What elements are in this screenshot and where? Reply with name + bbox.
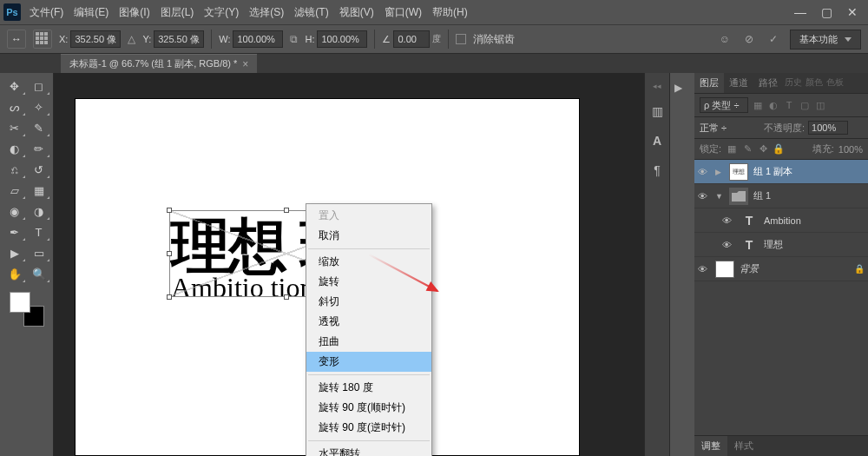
ctx-cancel[interactable]: 取消	[306, 226, 431, 246]
eyedropper-tool[interactable]: ✎	[28, 118, 50, 137]
handle-bottom-left[interactable]	[167, 294, 172, 300]
marquee-tool[interactable]: ◻	[28, 76, 50, 96]
layer-lixiang[interactable]: 👁 T 理想	[694, 233, 868, 257]
history-brush-tool[interactable]: ↺	[28, 160, 50, 179]
user-icon[interactable]: ☺	[717, 31, 733, 47]
ctx-rotate-90ccw[interactable]: 旋转 90 度(逆时针)	[306, 418, 431, 438]
menu-edit[interactable]: 编辑(E)	[74, 5, 108, 20]
dodge-tool[interactable]: ◑	[28, 202, 50, 221]
brush-tool[interactable]: ✏	[28, 139, 50, 158]
tab-history[interactable]: 历史	[783, 73, 804, 93]
heal-tool[interactable]: ◐	[3, 139, 26, 158]
visibility-icon[interactable]: 👁	[698, 264, 710, 274]
menu-layer[interactable]: 图层(L)	[161, 5, 194, 20]
layer-group1[interactable]: 👁 ▼ 组 1	[694, 184, 868, 208]
visibility-icon[interactable]: 👁	[722, 240, 734, 250]
menu-filter[interactable]: 滤镜(T)	[294, 5, 328, 20]
layer-name[interactable]: 组 1	[753, 189, 865, 202]
ctx-place[interactable]: 置入	[306, 206, 431, 226]
shape-tool[interactable]: ▭	[28, 243, 50, 262]
commit-icon[interactable]: ✓	[766, 31, 781, 47]
filter-shape-icon[interactable]: ▢	[799, 100, 811, 111]
close-tab-icon[interactable]: ×	[242, 58, 248, 70]
layer-name[interactable]: Ambition	[764, 215, 865, 226]
blend-mode-select[interactable]: 正常 ÷	[700, 122, 760, 135]
document-tab[interactable]: 未标题-1 @ 66.7% (组 1 副本, RGB/8) * ×	[61, 54, 257, 73]
move-tool[interactable]: ✥	[3, 76, 26, 96]
blur-tool[interactable]: ◉	[3, 202, 26, 221]
filter-kind-select[interactable]: ρ 类型 ÷	[700, 97, 748, 113]
w-input[interactable]	[233, 30, 283, 48]
workspace-switcher[interactable]: 基本功能	[790, 30, 861, 50]
expand-icon[interactable]: ▼	[715, 192, 724, 201]
triangle-icon[interactable]: △	[128, 33, 135, 45]
history-panel-icon[interactable]: ▥	[648, 102, 666, 120]
layer-name[interactable]: 组 1 副本	[753, 165, 865, 178]
visibility-icon[interactable]: 👁	[722, 215, 734, 226]
ctx-perspective[interactable]: 透视	[306, 312, 431, 332]
link-icon[interactable]: ⧉	[290, 33, 298, 45]
wand-tool[interactable]: ✧	[28, 97, 50, 116]
menu-image[interactable]: 图像(I)	[119, 5, 149, 20]
menu-help[interactable]: 帮助(H)	[432, 5, 468, 20]
char-panel-icon[interactable]: A	[648, 132, 666, 149]
zoom-tool[interactable]: 🔍	[28, 264, 50, 283]
menu-view[interactable]: 视图(V)	[339, 5, 374, 20]
lasso-tool[interactable]: ᔕ	[3, 97, 26, 116]
handle-top-mid[interactable]	[284, 208, 289, 213]
layer-background[interactable]: 👁 背景 🔒	[694, 257, 868, 281]
foreground-swatch[interactable]	[10, 292, 30, 313]
layer-name[interactable]: 背景	[740, 262, 849, 275]
crop-tool[interactable]: ✂	[3, 118, 26, 137]
lock-trans-icon[interactable]: ▦	[726, 143, 738, 155]
type-tool[interactable]: T	[28, 222, 50, 241]
x-input[interactable]	[70, 30, 121, 48]
minimize-button[interactable]: —	[788, 4, 812, 20]
layer-name[interactable]: 理想	[764, 238, 865, 251]
hand-tool[interactable]: ✋	[3, 264, 26, 283]
tab-channels[interactable]: 通道	[724, 73, 753, 93]
h-input[interactable]	[317, 30, 367, 48]
ctx-rotate-180[interactable]: 旋转 180 度	[306, 378, 431, 398]
ctx-rotate-90cw[interactable]: 旋转 90 度(顺时针)	[306, 398, 431, 418]
handle-bottom-mid[interactable]	[284, 294, 289, 300]
fill-input[interactable]: 100%	[838, 144, 863, 155]
pen-tool[interactable]: ✒	[3, 222, 26, 241]
expand-icon[interactable]: ▶	[715, 168, 724, 176]
tab-swatch[interactable]: 色板	[825, 73, 845, 93]
filter-pixel-icon[interactable]: ▦	[752, 100, 764, 111]
lock-pos-icon[interactable]: ✥	[757, 143, 769, 155]
visibility-icon[interactable]: 👁	[698, 191, 710, 202]
menu-window[interactable]: 窗口(W)	[385, 5, 422, 20]
menu-text[interactable]: 文字(Y)	[204, 5, 239, 20]
antialias-checkbox[interactable]	[456, 34, 466, 44]
transform-icon[interactable]: ↔	[7, 30, 26, 49]
filter-type-icon[interactable]: T	[783, 100, 795, 111]
tab-paths[interactable]: 路径	[753, 73, 783, 93]
path-select-tool[interactable]: ▶	[3, 243, 26, 262]
canvas-area[interactable]: 理想 理想 Ambitio tion 置入 取消 缩放 旋转 斜切	[54, 73, 644, 456]
para-panel-icon[interactable]: ¶	[648, 162, 666, 179]
ctx-flip-h[interactable]: 水平翻转	[306, 444, 431, 456]
lock-paint-icon[interactable]: ✎	[741, 143, 753, 155]
filter-adjust-icon[interactable]: ◐	[767, 100, 779, 111]
menu-file[interactable]: 文件(F)	[30, 5, 63, 20]
visibility-icon[interactable]: 👁	[698, 167, 710, 177]
color-swatches[interactable]	[10, 292, 44, 327]
tab-style[interactable]: 样式	[727, 436, 760, 456]
lock-all-icon[interactable]: 🔒	[773, 143, 785, 155]
ctx-warp[interactable]: 变形	[306, 352, 431, 372]
maximize-button[interactable]: ▢	[814, 4, 838, 20]
gradient-tool[interactable]: ▦	[28, 181, 50, 200]
angle-input[interactable]	[393, 30, 430, 48]
opacity-input[interactable]: 100%	[808, 121, 848, 135]
tab-layers[interactable]: 图层	[694, 73, 724, 93]
y-input[interactable]	[154, 30, 204, 48]
layer-ambition[interactable]: 👁 T Ambition	[694, 208, 868, 233]
ctx-skew[interactable]: 斜切	[306, 292, 431, 312]
eraser-tool[interactable]: ▱	[3, 181, 26, 200]
stamp-tool[interactable]: ⎌	[3, 160, 26, 179]
handle-top-left[interactable]	[167, 208, 172, 213]
menu-select[interactable]: 选择(S)	[249, 5, 284, 20]
layer-group1-copy[interactable]: 👁 ▶ 理想 组 1 副本	[694, 160, 868, 184]
